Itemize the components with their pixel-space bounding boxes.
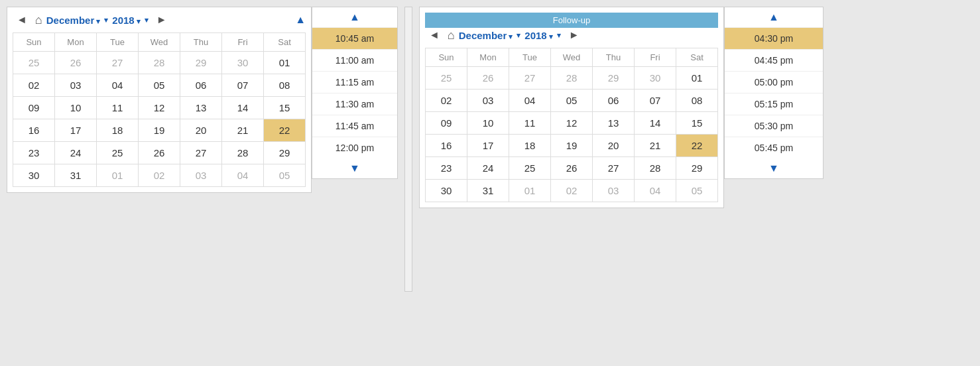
- calendar-day[interactable]: 29: [676, 157, 718, 180]
- calendar-day[interactable]: 15: [264, 97, 306, 119]
- calendar-day[interactable]: 03: [467, 90, 509, 112]
- calendar-day[interactable]: 23: [426, 157, 467, 180]
- calendar-day[interactable]: 25: [13, 52, 55, 74]
- left-time-scroll-up[interactable]: ▲: [312, 7, 397, 27]
- calendar-day[interactable]: 16: [426, 135, 467, 157]
- calendar-day[interactable]: 08: [264, 74, 306, 97]
- calendar-day[interactable]: 27: [593, 157, 635, 180]
- calendar-day[interactable]: 26: [139, 142, 180, 164]
- calendar-day[interactable]: 03: [180, 164, 222, 187]
- calendar-day[interactable]: 01: [264, 52, 306, 74]
- calendar-day[interactable]: 01: [509, 180, 551, 202]
- time-item[interactable]: 12:00 pm: [312, 137, 397, 158]
- calendar-day[interactable]: 02: [426, 90, 467, 112]
- calendar-day[interactable]: 14: [222, 97, 264, 119]
- left-year-select[interactable]: 2018: [112, 15, 140, 26]
- calendar-day[interactable]: 30: [13, 164, 55, 187]
- calendar-day[interactable]: 31: [467, 180, 509, 202]
- calendar-day[interactable]: 03: [593, 180, 635, 202]
- right-time-scroll-down[interactable]: ▼: [725, 158, 823, 178]
- calendar-day[interactable]: 27: [509, 67, 551, 90]
- calendar-day[interactable]: 30: [426, 180, 467, 202]
- time-item[interactable]: 11:00 am: [312, 49, 397, 71]
- calendar-day[interactable]: 21: [635, 135, 676, 157]
- calendar-day[interactable]: 15: [676, 112, 718, 135]
- calendar-day[interactable]: 04: [97, 74, 139, 97]
- calendar-day[interactable]: 25: [509, 157, 551, 180]
- calendar-day[interactable]: 25: [426, 67, 467, 90]
- left-time-scroll-down[interactable]: ▼: [312, 158, 397, 178]
- calendar-day[interactable]: 01: [97, 164, 139, 187]
- calendar-day[interactable]: 07: [635, 90, 676, 112]
- calendar-day[interactable]: 08: [676, 90, 718, 112]
- time-item[interactable]: 11:45 am: [312, 115, 397, 137]
- calendar-day[interactable]: 10: [467, 112, 509, 135]
- left-time-up-button[interactable]: ▲: [295, 14, 306, 26]
- calendar-day[interactable]: 19: [551, 135, 593, 157]
- calendar-day[interactable]: 24: [55, 142, 97, 164]
- calendar-day[interactable]: 22: [676, 135, 718, 157]
- calendar-day[interactable]: 13: [593, 112, 635, 135]
- calendar-day[interactable]: 28: [551, 67, 593, 90]
- calendar-day[interactable]: 07: [222, 74, 264, 97]
- calendar-day[interactable]: 09: [13, 97, 55, 119]
- calendar-day[interactable]: 02: [139, 164, 180, 187]
- scrollbar-hint[interactable]: [404, 7, 412, 292]
- calendar-day[interactable]: 02: [551, 180, 593, 202]
- calendar-day[interactable]: 11: [97, 97, 139, 119]
- calendar-day[interactable]: 09: [426, 112, 467, 135]
- calendar-day[interactable]: 19: [139, 119, 180, 142]
- calendar-day[interactable]: 21: [222, 119, 264, 142]
- calendar-day[interactable]: 27: [97, 52, 139, 74]
- right-prev-button[interactable]: ◄: [425, 28, 444, 42]
- calendar-day[interactable]: 04: [635, 180, 676, 202]
- right-year-select[interactable]: 2018: [524, 30, 552, 41]
- calendar-day[interactable]: 20: [180, 119, 222, 142]
- calendar-day[interactable]: 29: [180, 52, 222, 74]
- calendar-day[interactable]: 27: [180, 142, 222, 164]
- time-item[interactable]: 05:00 pm: [725, 71, 823, 93]
- time-item[interactable]: 11:30 am: [312, 93, 397, 115]
- calendar-day[interactable]: 23: [13, 142, 55, 164]
- calendar-day[interactable]: 25: [97, 142, 139, 164]
- calendar-day[interactable]: 30: [222, 52, 264, 74]
- calendar-day[interactable]: 22: [264, 119, 306, 142]
- calendar-day[interactable]: 10: [55, 97, 97, 119]
- calendar-day[interactable]: 24: [467, 157, 509, 180]
- time-item[interactable]: 11:15 am: [312, 71, 397, 93]
- calendar-day[interactable]: 02: [13, 74, 55, 97]
- time-item[interactable]: 10:45 am: [312, 27, 397, 49]
- calendar-day[interactable]: 05: [139, 74, 180, 97]
- left-prev-button[interactable]: ◄: [13, 13, 31, 27]
- time-item[interactable]: 04:45 pm: [725, 49, 823, 71]
- calendar-day[interactable]: 04: [509, 90, 551, 112]
- right-month-select[interactable]: December: [459, 30, 513, 41]
- calendar-day[interactable]: 01: [676, 67, 718, 90]
- calendar-day[interactable]: 12: [551, 112, 593, 135]
- calendar-day[interactable]: 17: [55, 119, 97, 142]
- calendar-day[interactable]: 26: [467, 67, 509, 90]
- time-item[interactable]: 05:45 pm: [725, 137, 823, 158]
- calendar-day[interactable]: 06: [593, 90, 635, 112]
- right-home-icon[interactable]: ⌂: [448, 29, 455, 42]
- right-time-scroll-up[interactable]: ▲: [725, 7, 823, 27]
- right-next-button[interactable]: ►: [565, 28, 583, 42]
- calendar-day[interactable]: 03: [55, 74, 97, 97]
- calendar-day[interactable]: 26: [551, 157, 593, 180]
- calendar-day[interactable]: 11: [509, 112, 551, 135]
- time-item[interactable]: 05:15 pm: [725, 93, 823, 115]
- left-month-select[interactable]: December: [46, 15, 101, 26]
- left-next-button[interactable]: ►: [153, 13, 171, 27]
- calendar-day[interactable]: 12: [139, 97, 180, 119]
- calendar-day[interactable]: 28: [635, 157, 676, 180]
- left-home-icon[interactable]: ⌂: [35, 13, 42, 27]
- calendar-day[interactable]: 31: [55, 164, 97, 187]
- calendar-day[interactable]: 28: [222, 142, 264, 164]
- calendar-day[interactable]: 05: [676, 180, 718, 202]
- calendar-day[interactable]: 13: [180, 97, 222, 119]
- calendar-day[interactable]: 30: [635, 67, 676, 90]
- calendar-day[interactable]: 20: [593, 135, 635, 157]
- calendar-day[interactable]: 18: [97, 119, 139, 142]
- calendar-day[interactable]: 06: [180, 74, 222, 97]
- calendar-day[interactable]: 16: [13, 119, 55, 142]
